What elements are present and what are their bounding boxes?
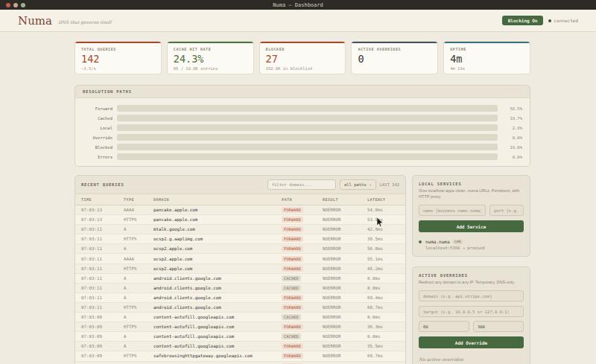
stat-accent-bar — [168, 42, 253, 43]
path-badge: CACHED — [282, 314, 301, 320]
query-domain: android.clients.google.com — [153, 305, 282, 310]
header-right: Blocking On connected — [502, 16, 578, 25]
query-path: FORWARD — [282, 344, 323, 348]
column-path: PATH — [282, 197, 323, 202]
query-path: FORWARD — [282, 257, 323, 261]
query-result: NOERROR — [323, 217, 367, 222]
service-name: numa.numa — [425, 239, 450, 244]
query-result: NOERROR — [323, 296, 367, 300]
override-target-input[interactable] — [419, 306, 524, 317]
query-row: 07:03:11 A android.clients.google.com CA… — [75, 284, 405, 293]
query-path: FORWARD — [282, 208, 323, 212]
override-domain-input[interactable] — [419, 290, 524, 301]
query-row: 07:03:09 A content-autofill.googleapis.c… — [75, 313, 405, 322]
query-domain: android.clients.google.com — [153, 296, 282, 300]
query-row: 07:03:11 AAAA ocsp2.apple.com FORWARD NO… — [75, 254, 405, 264]
bar-row: Override 0.0% — [83, 132, 522, 142]
query-type: A — [124, 315, 153, 319]
stat-value: 24.3% — [174, 53, 247, 65]
query-type: A — [124, 344, 153, 348]
bar-row: Blocked 19.0% — [83, 142, 522, 152]
zoom-window-button[interactable] — [21, 3, 25, 7]
query-type: A — [124, 246, 153, 251]
service-port-input[interactable] — [489, 205, 524, 216]
stat-card: BLOCKED 27 382.0K in blocklist — [259, 41, 346, 74]
query-path: FORWARD — [282, 354, 323, 358]
query-latency: 45.2ms — [367, 266, 399, 271]
column-domain: DOMAIN — [153, 197, 282, 202]
query-result: NOERROR — [323, 237, 367, 241]
resolution-paths-title: RESOLUTION PATHS — [83, 89, 132, 94]
bar-label: Errors — [83, 155, 112, 159]
stat-value: 142 — [81, 53, 155, 65]
connection-status-label: connected — [554, 18, 578, 23]
stat-accent-bar — [444, 42, 530, 43]
bar-percent: 0.0% — [502, 135, 522, 140]
query-time: 07:03:11 — [81, 227, 124, 232]
query-result: NOERROR — [323, 208, 367, 212]
query-latency: 69.7ms — [367, 354, 399, 358]
query-type: AAAA — [124, 257, 153, 261]
query-path: FORWARD — [282, 217, 323, 222]
query-row: 07:03:09 HTTPS accounts.google.com FORWA… — [75, 362, 405, 364]
query-result: NOERROR — [323, 227, 367, 232]
add-service-button[interactable]: Add Service — [419, 220, 524, 232]
close-window-button[interactable] — [6, 3, 10, 7]
query-result: NOERROR — [323, 286, 367, 290]
path-badge: FORWARD — [282, 256, 303, 262]
recent-queries-title: RECENT QUERIES — [81, 182, 124, 187]
bar-track — [117, 105, 498, 112]
service-name-input[interactable] — [419, 205, 486, 216]
query-type: A — [124, 296, 153, 300]
query-path: FORWARD — [282, 266, 323, 271]
query-row: 07:03:11 A android.clients.google.com FO… — [75, 293, 405, 303]
query-domain: mtalk.google.com — [153, 227, 282, 232]
query-path: FORWARD — [282, 325, 323, 329]
active-overrides-panel: ACTIVE OVERRIDES Redirect any domain to … — [412, 266, 530, 364]
query-domain: ocsp2.apple.com — [153, 266, 282, 271]
override-ttl-max-input[interactable] — [473, 321, 524, 332]
query-latency: 56.0ms — [367, 246, 399, 251]
path-badge: CACHED — [282, 333, 301, 339]
queries-table-body: 07:03:13 AAAA pancake.apple.com FORWARD … — [75, 205, 405, 364]
stat-card: UPTIME 4m 4m 19s — [443, 41, 530, 74]
query-type: AAAA — [124, 208, 153, 212]
stat-value: 4m — [450, 53, 524, 65]
column-type: TYPE — [124, 197, 153, 202]
query-domain: content-autofill.googleapis.com — [153, 315, 282, 319]
filter-domain-input[interactable] — [267, 179, 336, 190]
query-type: HTTPS — [124, 237, 153, 241]
stat-card: CACHE HIT RATE 24.3% 66 / 10.0K entries — [167, 41, 254, 74]
query-row: 07:03:11 HTTPS ocsp2.apple.com FORWARD N… — [75, 264, 405, 274]
query-domain: content-autofill.googleapis.com — [153, 344, 282, 348]
query-latency: 68.7ms — [367, 305, 399, 310]
query-controls: all paths ▾ LAST 142 — [267, 179, 399, 190]
query-row: 07:03:11 A mtalk.google.com FORWARD NOER… — [75, 225, 405, 234]
blocking-toggle-button[interactable]: Blocking On — [502, 16, 544, 25]
app-tagline: DNS that governs itself — [58, 19, 111, 25]
query-type: HTTPS — [124, 354, 153, 358]
path-badge: FORWARD — [282, 343, 303, 349]
path-filter-select[interactable]: all paths ▾ — [340, 179, 376, 190]
query-domain: pancake.apple.com — [153, 208, 282, 212]
last-count-label: LAST 142 — [380, 182, 400, 187]
query-latency: 35.5ms — [367, 344, 399, 348]
minimize-window-button[interactable] — [13, 3, 18, 7]
local-services-panel: LOCAL SERVICES Give localhost apps clean… — [412, 175, 530, 257]
query-type: HTTPS — [124, 305, 153, 310]
bar-percent: 2.8% — [502, 126, 522, 130]
bar-track — [117, 115, 498, 121]
query-latency: 0.0ms — [367, 315, 399, 319]
add-override-button[interactable]: Add Override — [419, 336, 524, 348]
stat-card: TOTAL QUERIES 142 ~3.5/s — [74, 41, 162, 74]
query-path: CACHED — [282, 276, 323, 281]
query-domain: pancake.apple.com — [153, 217, 282, 222]
override-ttl-input[interactable] — [419, 321, 469, 332]
stat-accent-bar — [75, 42, 161, 43]
connection-status: connected — [548, 18, 578, 23]
query-row: 07:03:09 HTTPS content-autofill.googleap… — [75, 322, 405, 332]
bar-percent: 0.0% — [502, 155, 522, 159]
bar-percent: 19.7% — [502, 116, 522, 121]
query-row: 07:03:09 A content-autofill.googleapis.c… — [75, 342, 405, 351]
query-result: NOERROR — [323, 257, 367, 261]
